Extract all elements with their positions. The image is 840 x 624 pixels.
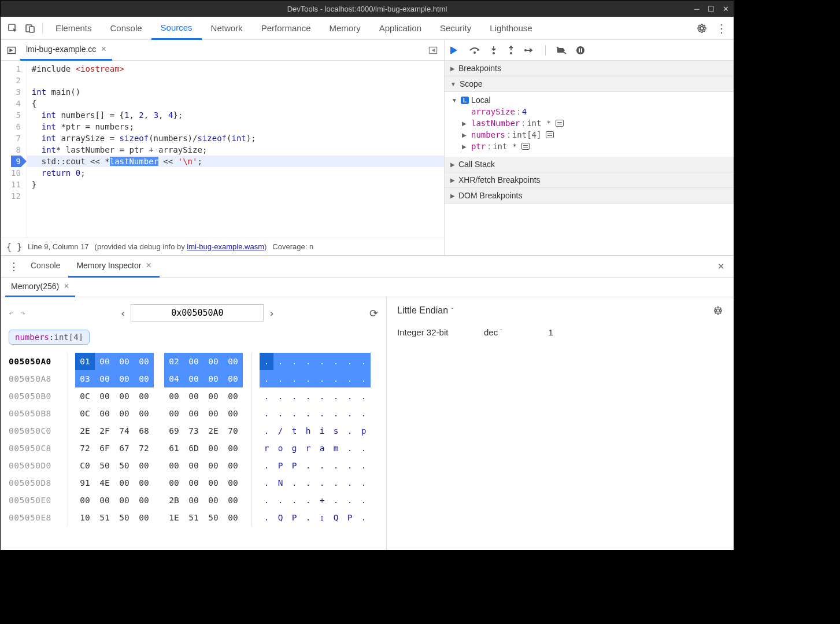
close-icon[interactable]: × [146, 260, 151, 271]
reveal-in-memory-icon[interactable] [556, 120, 564, 127]
close-button[interactable]: ✕ [723, 5, 729, 13]
inspect-element-icon[interactable] [4, 20, 21, 37]
tab-application[interactable]: Application [370, 17, 431, 40]
deactivate-breakpoints-button[interactable] [556, 46, 567, 55]
scope-variable[interactable]: arraySize: 4 [445, 106, 734, 117]
tab-security[interactable]: Security [431, 17, 480, 40]
step-over-button[interactable] [469, 46, 480, 55]
debugger-collapse-icon[interactable] [424, 42, 442, 59]
address-input[interactable] [131, 304, 264, 322]
redo-icon[interactable]: ↷ [20, 308, 25, 317]
resume-button[interactable] [449, 45, 460, 56]
svg-rect-2 [29, 27, 34, 32]
svg-point-9 [524, 49, 527, 51]
endianness-select[interactable]: Little Endian ˇ [397, 305, 454, 316]
source-file-tabs: lmi-bug-example.cc × [1, 40, 444, 61]
hex-toolbar: ↶ ↷ ‹ › ⟳ [9, 304, 378, 322]
hex-row[interactable]: 005050D8914E000000000000.N...... [9, 474, 378, 492]
hex-row[interactable]: 005050C8726F6772616D0000rogram.. [9, 440, 378, 457]
svg-point-10 [576, 46, 584, 54]
next-page-icon[interactable]: › [268, 307, 275, 319]
wasm-link[interactable]: lmi-bug-example.wasm [187, 242, 264, 251]
xhr-breakpoints-section[interactable]: ▶ XHR/fetch Breakpoints [445, 172, 734, 188]
scope-variable[interactable]: ▶ptr: int * [445, 141, 734, 152]
window-controls: ─ ☐ ✕ [694, 5, 729, 13]
step-button[interactable] [524, 46, 535, 54]
settings-icon[interactable] [693, 20, 711, 37]
hex-row[interactable]: 005050A80300000004000000........ [9, 370, 378, 387]
refresh-icon[interactable]: ⟳ [369, 307, 378, 319]
settings-icon[interactable] [713, 305, 723, 316]
memory-inspector-body: ↶ ↷ ‹ › ⟳ numbers: int[4] 005050A0010000… [1, 297, 734, 550]
hex-rows: 005050A00100000002000000........005050A8… [9, 353, 378, 526]
hex-row[interactable]: 005050B00C00000000000000........ [9, 387, 378, 405]
call-stack-section[interactable]: ▶ Call Stack [445, 157, 734, 172]
device-toggle-icon[interactable] [21, 20, 39, 37]
drawer-tab-memory-inspector[interactable]: Memory Inspector × [68, 256, 159, 278]
reveal-in-memory-icon[interactable] [546, 131, 554, 138]
prev-page-icon[interactable]: ‹ [120, 307, 127, 319]
hex-row[interactable]: 005050E8105150001E515000.QP.▯QP. [9, 509, 378, 526]
breakpoints-section[interactable]: ▶ Breakpoints [445, 61, 734, 76]
cursor-position: Line 9, Column 17 [28, 242, 89, 251]
sources-content: lmi-bug-example.cc × 123456789101112 #in… [1, 40, 734, 255]
chevron-down-icon: ˇ [452, 307, 454, 314]
scope-variable[interactable]: ▶lastNumber: int * [445, 117, 734, 129]
source-tab[interactable]: lmi-bug-example.cc × [20, 40, 112, 61]
reveal-in-memory-icon[interactable] [521, 143, 530, 150]
svg-point-6 [473, 51, 476, 54]
value-display: 1 [549, 327, 553, 337]
chevron-right-icon: ▶ [450, 65, 455, 72]
memory-instance-tab[interactable]: Memory(256) × [5, 278, 75, 297]
scope-variable[interactable]: ▶numbers: int[4] [445, 129, 734, 141]
tab-network[interactable]: Network [202, 17, 252, 40]
line-numbers: 123456789101112 [1, 61, 27, 238]
svg-point-7 [493, 52, 495, 54]
local-badge: L [461, 97, 469, 104]
dom-breakpoints-section[interactable]: ▶ DOM Breakpoints [445, 188, 734, 204]
chevron-right-icon: ▶ [450, 177, 455, 183]
chevron-down-icon: ▼ [450, 81, 456, 87]
drawer: ⋮ Console Memory Inspector × × Memory(25… [1, 255, 734, 550]
minimize-button[interactable]: ─ [694, 5, 700, 13]
tab-console[interactable]: Console [101, 17, 151, 40]
more-icon[interactable]: ⋮ [5, 258, 23, 275]
close-drawer-icon[interactable]: × [713, 260, 729, 273]
hex-row[interactable]: 005050A00100000002000000........ [9, 353, 378, 370]
navigator-toggle-icon[interactable] [3, 42, 20, 59]
hex-row[interactable]: 005050E0000000002B000000....+... [9, 492, 378, 509]
divider [42, 23, 43, 34]
scope-local[interactable]: ▼ L Local [445, 94, 734, 106]
maximize-button[interactable]: ☐ [708, 5, 715, 13]
close-icon[interactable]: × [101, 44, 106, 54]
main-tab-bar: Elements Console Sources Network Perform… [1, 17, 734, 40]
chevron-right-icon: ▶ [450, 161, 455, 168]
value-row: Integer 32-bit dec ˇ 1 [397, 327, 723, 337]
close-icon[interactable]: × [64, 281, 69, 291]
undo-icon[interactable]: ↶ [9, 308, 13, 317]
value-format-select[interactable]: dec ˇ [484, 327, 502, 337]
hex-row[interactable]: 005050D0C050500000000000.PP..... [9, 457, 378, 474]
code-editor[interactable]: 123456789101112 #include <iostream>int m… [1, 61, 444, 238]
source-editor-panel: lmi-bug-example.cc × 123456789101112 #in… [1, 40, 445, 255]
hex-row[interactable]: 005050B80C00000000000000........ [9, 405, 378, 422]
tab-sources[interactable]: Sources [151, 17, 202, 40]
source-filename: lmi-bug-example.cc [26, 45, 96, 54]
step-into-button[interactable] [490, 46, 498, 55]
tab-performance[interactable]: Performance [252, 17, 320, 40]
drawer-tab-console[interactable]: Console [23, 256, 68, 278]
svg-point-8 [510, 52, 512, 54]
value-interpreter: Little Endian ˇ Integer 32-bit dec ˇ 1 [387, 297, 734, 550]
pause-exceptions-button[interactable] [576, 46, 585, 55]
debug-toolbar [445, 40, 734, 61]
pretty-print-icon[interactable]: { } [6, 242, 22, 252]
hex-row[interactable]: 005050C02E2F746869732E70./this.p [9, 422, 378, 440]
tab-elements[interactable]: Elements [46, 17, 101, 40]
tab-memory[interactable]: Memory [320, 17, 370, 40]
devtools-window: DevTools - localhost:4000/lmi-bug-exampl… [0, 0, 734, 551]
tab-lighthouse[interactable]: Lighthouse [480, 17, 541, 40]
more-icon[interactable]: ⋮ [713, 20, 730, 37]
highlight-chip[interactable]: numbers: int[4] [9, 330, 90, 345]
scope-section[interactable]: ▼ Scope [445, 76, 734, 92]
step-out-button[interactable] [507, 46, 515, 55]
